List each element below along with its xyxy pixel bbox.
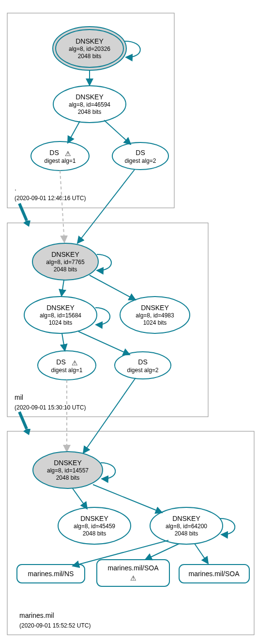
zone-root-label: . xyxy=(15,184,16,192)
svg-text:alg=8, id=4983: alg=8, id=4983 xyxy=(136,312,174,319)
edge-mar-ksk-zsk1 xyxy=(73,488,87,509)
zone-mil-label: mil xyxy=(15,393,23,401)
svg-text:alg=8, id=46594: alg=8, id=46594 xyxy=(69,101,110,108)
svg-text:2048 bits: 2048 bits xyxy=(78,109,102,115)
svg-text:alg=8, id=7765: alg=8, id=7765 xyxy=(46,259,85,266)
edge-mil-zsk1-ds1 xyxy=(62,333,65,351)
svg-text:2048 bits: 2048 bits xyxy=(78,53,102,60)
node-mar-soa: marines.mil/SOA xyxy=(179,565,249,583)
svg-text:marines.mil/SOA: marines.mil/SOA xyxy=(107,564,159,572)
svg-text:DNSKEY: DNSKEY xyxy=(172,515,200,522)
svg-text:digest alg=1: digest alg=1 xyxy=(44,157,76,164)
svg-marker-0 xyxy=(23,220,30,227)
svg-text:alg=8, id=14557: alg=8, id=14557 xyxy=(47,467,89,474)
svg-text:marines.mil/SOA: marines.mil/SOA xyxy=(188,570,240,578)
svg-text:DS: DS xyxy=(136,149,145,157)
svg-text:DNSKEY: DNSKEY xyxy=(76,93,104,101)
node-mar-zsk2: DNSKEY alg=8, id=64200 2048 bits xyxy=(150,507,223,544)
edge-root-zsk-ds2 xyxy=(104,120,131,144)
svg-text:DNSKEY: DNSKEY xyxy=(46,304,75,312)
node-mar-ns: marines.mil/NS xyxy=(17,565,85,583)
node-mil-ds1: DS ⚠ digest alg=1 xyxy=(38,351,96,380)
svg-text:2048 bits: 2048 bits xyxy=(83,530,106,537)
svg-text:DNSKEY: DNSKEY xyxy=(76,37,104,45)
svg-text:DNSKEY: DNSKEY xyxy=(80,515,108,522)
zone-marines-label: marines.mil xyxy=(19,612,54,619)
svg-text:digest alg=2: digest alg=2 xyxy=(124,157,156,164)
svg-text:DS: DS xyxy=(49,149,59,157)
svg-text:2048 bits: 2048 bits xyxy=(56,474,80,481)
node-mil-ksk: DNSKEY alg=8, id=7765 2048 bits xyxy=(32,243,98,280)
edge-mil-ksk-zsk2 xyxy=(90,275,136,300)
node-mar-ksk: DNSKEY alg=8, id=14557 2048 bits xyxy=(33,452,103,488)
warn-icon: ⚠ xyxy=(130,574,137,582)
svg-text:alg=8, id=45459: alg=8, id=45459 xyxy=(74,523,115,530)
edge-mil-zsk1-self xyxy=(95,308,110,325)
svg-text:DNSKEY: DNSKEY xyxy=(51,251,79,258)
edge-mar-zsk2-soaw xyxy=(145,544,179,560)
svg-text:2048 bits: 2048 bits xyxy=(175,530,198,537)
edge-root-ds1-mil-ksk xyxy=(60,171,64,242)
edge-root-ksk-self xyxy=(125,41,140,57)
edge-mil-ds2-mar-ksk xyxy=(83,378,136,453)
node-mar-zsk1: DNSKEY alg=8, id=45459 2048 bits xyxy=(58,507,131,544)
zone-mil-ts: (2020-09-01 15:30:10 UTC) xyxy=(15,404,86,411)
zone-marines-ts: (2020-09-01 15:52:52 UTC) xyxy=(19,622,91,629)
node-mil-zsk1: DNSKEY alg=8, id=15684 1024 bits xyxy=(24,297,97,333)
svg-text:DNSKEY: DNSKEY xyxy=(54,459,82,467)
svg-text:DS: DS xyxy=(138,358,147,366)
edge-mar-zsk2-soa xyxy=(195,544,208,564)
zone-arrow-root-mil xyxy=(19,204,27,220)
node-root-ksk: DNSKEY alg=8, id=20326 2048 bits xyxy=(53,27,126,70)
node-root-zsk: DNSKEY alg=8, id=46594 2048 bits xyxy=(53,86,126,123)
svg-text:1024 bits: 1024 bits xyxy=(49,319,73,326)
node-mil-ds2: DS digest alg=2 xyxy=(115,352,171,379)
warn-icon: ⚠ xyxy=(65,150,71,157)
svg-point-29 xyxy=(38,351,96,380)
node-root-ds1: DS ⚠ digest alg=1 xyxy=(31,141,89,171)
node-root-ds2: DS digest alg=2 xyxy=(112,142,168,170)
zone-root-ts: (2020-09-01 12:46:16 UTC) xyxy=(15,195,86,202)
edge-root-ds2-mil-ksk xyxy=(77,170,135,243)
svg-point-11 xyxy=(31,141,89,171)
edge-mil-ksk-self xyxy=(97,254,111,270)
node-mil-zsk2: DNSKEY alg=8, id=4983 1024 bits xyxy=(120,297,190,333)
zone-arrow-mil-marines xyxy=(19,412,27,429)
svg-text:1024 bits: 1024 bits xyxy=(143,319,167,326)
svg-text:DNSKEY: DNSKEY xyxy=(141,304,169,312)
edge-root-zsk-ds1 xyxy=(68,121,80,143)
svg-text:alg=8, id=15684: alg=8, id=15684 xyxy=(40,312,81,319)
svg-text:alg=8, id=20326: alg=8, id=20326 xyxy=(69,46,110,52)
svg-text:alg=8, id=64200: alg=8, id=64200 xyxy=(166,523,207,530)
svg-text:DS: DS xyxy=(56,358,65,366)
svg-text:digest alg=2: digest alg=2 xyxy=(127,367,158,374)
edge-mil-zsk1-ds2 xyxy=(78,331,130,355)
svg-text:marines.mil/NS: marines.mil/NS xyxy=(28,570,74,578)
svg-marker-1 xyxy=(23,429,30,435)
edge-mil-ksk-zsk1 xyxy=(61,280,64,296)
svg-text:digest alg=1: digest alg=1 xyxy=(51,367,82,374)
svg-text:2048 bits: 2048 bits xyxy=(54,266,77,273)
node-mar-soa-warn: marines.mil/SOA ⚠ xyxy=(97,560,169,586)
warn-icon: ⚠ xyxy=(72,359,78,367)
